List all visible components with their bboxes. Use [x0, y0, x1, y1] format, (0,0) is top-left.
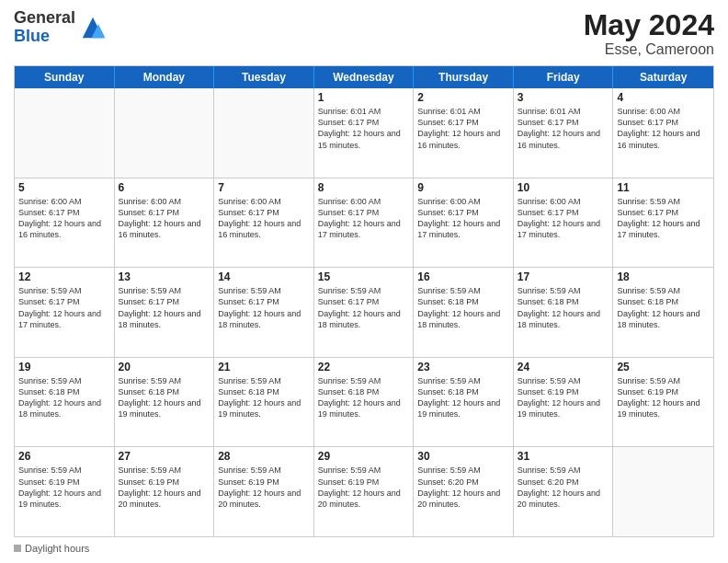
day-number: 12 — [18, 270, 110, 283]
calendar-cell-2-2: 14Sunrise: 5:59 AM Sunset: 6:17 PM Dayli… — [214, 268, 314, 357]
day-number: 18 — [617, 270, 710, 283]
cell-text: Sunrise: 5:59 AM Sunset: 6:18 PM Dayligh… — [218, 375, 310, 420]
logo-icon — [79, 14, 107, 41]
cell-text: Sunrise: 5:59 AM Sunset: 6:18 PM Dayligh… — [417, 375, 509, 420]
day-number: 23 — [417, 361, 509, 373]
cell-text: Sunrise: 6:00 AM Sunset: 6:17 PM Dayligh… — [417, 196, 509, 241]
weekday-header-saturday: Saturday — [613, 66, 713, 88]
calendar-cell-1-2: 7Sunrise: 6:00 AM Sunset: 6:17 PM Daylig… — [214, 178, 314, 268]
day-number: 27 — [119, 450, 210, 463]
cell-text: Sunrise: 5:59 AM Sunset: 6:19 PM Dayligh… — [119, 465, 210, 510]
day-number: 2 — [417, 91, 509, 104]
weekday-header-sunday: Sunday — [15, 66, 115, 88]
day-number: 24 — [518, 361, 609, 373]
calendar-cell-3-6: 25Sunrise: 5:59 AM Sunset: 6:19 PM Dayli… — [613, 358, 713, 447]
calendar-cell-0-3: 1Sunrise: 6:01 AM Sunset: 6:17 PM Daylig… — [314, 88, 415, 178]
page: General Blue May 2024 Esse, Cameroon Sun… — [0, 0, 728, 563]
weekday-header-friday: Friday — [514, 66, 614, 88]
cell-text: Sunrise: 5:59 AM Sunset: 6:19 PM Dayligh… — [318, 465, 410, 510]
footer: Daylight hours — [14, 543, 714, 554]
cell-text: Sunrise: 5:59 AM Sunset: 6:18 PM Dayligh… — [119, 375, 210, 420]
calendar-cell-4-5: 31Sunrise: 5:59 AM Sunset: 6:20 PM Dayli… — [514, 447, 614, 536]
footer-label: Daylight hours — [25, 543, 89, 554]
calendar-cell-0-6: 4Sunrise: 6:00 AM Sunset: 6:17 PM Daylig… — [613, 88, 713, 178]
calendar-cell-4-4: 30Sunrise: 5:59 AM Sunset: 6:20 PM Dayli… — [414, 447, 514, 536]
day-number: 7 — [218, 181, 310, 194]
day-number: 31 — [518, 450, 609, 463]
cell-text: Sunrise: 6:00 AM Sunset: 6:17 PM Dayligh… — [617, 106, 710, 151]
cell-text: Sunrise: 6:00 AM Sunset: 6:17 PM Dayligh… — [318, 196, 410, 241]
day-number: 5 — [18, 181, 110, 194]
calendar-cell-2-5: 17Sunrise: 5:59 AM Sunset: 6:18 PM Dayli… — [514, 268, 614, 357]
cell-text: Sunrise: 5:59 AM Sunset: 6:19 PM Dayligh… — [518, 375, 609, 420]
day-number: 28 — [218, 450, 310, 463]
day-number: 21 — [218, 361, 310, 373]
calendar-row-2: 12Sunrise: 5:59 AM Sunset: 6:17 PM Dayli… — [15, 267, 713, 357]
cell-text: Sunrise: 6:00 AM Sunset: 6:17 PM Dayligh… — [119, 196, 210, 241]
cell-text: Sunrise: 6:00 AM Sunset: 6:17 PM Dayligh… — [18, 196, 110, 241]
calendar-cell-2-4: 16Sunrise: 5:59 AM Sunset: 6:18 PM Dayli… — [414, 268, 514, 357]
header: General Blue May 2024 Esse, Cameroon — [14, 9, 714, 58]
calendar-cell-1-3: 8Sunrise: 6:00 AM Sunset: 6:17 PM Daylig… — [314, 178, 415, 268]
logo-general: General — [14, 9, 75, 28]
calendar-row-0: 1Sunrise: 6:01 AM Sunset: 6:17 PM Daylig… — [15, 88, 713, 178]
cell-text: Sunrise: 5:59 AM Sunset: 6:17 PM Dayligh… — [318, 285, 410, 330]
calendar-cell-0-4: 2Sunrise: 6:01 AM Sunset: 6:17 PM Daylig… — [414, 88, 514, 178]
cell-text: Sunrise: 6:01 AM Sunset: 6:17 PM Dayligh… — [417, 106, 509, 151]
day-number: 30 — [417, 450, 509, 463]
cell-text: Sunrise: 5:59 AM Sunset: 6:18 PM Dayligh… — [617, 285, 710, 330]
calendar-row-4: 26Sunrise: 5:59 AM Sunset: 6:19 PM Dayli… — [15, 446, 713, 536]
calendar-cell-1-1: 6Sunrise: 6:00 AM Sunset: 6:17 PM Daylig… — [115, 178, 215, 268]
day-number: 14 — [218, 270, 310, 283]
calendar-cell-4-6 — [613, 447, 713, 536]
calendar-cell-0-5: 3Sunrise: 6:01 AM Sunset: 6:17 PM Daylig… — [514, 88, 614, 178]
weekday-header-tuesday: Tuesday — [214, 66, 314, 88]
cell-text: Sunrise: 5:59 AM Sunset: 6:17 PM Dayligh… — [617, 196, 710, 241]
cell-text: Sunrise: 5:59 AM Sunset: 6:20 PM Dayligh… — [518, 465, 609, 510]
calendar-cell-0-0 — [15, 88, 115, 178]
calendar-cell-1-5: 10Sunrise: 6:00 AM Sunset: 6:17 PM Dayli… — [514, 178, 614, 268]
calendar-cell-3-0: 19Sunrise: 5:59 AM Sunset: 6:18 PM Dayli… — [15, 358, 115, 447]
calendar-cell-1-4: 9Sunrise: 6:00 AM Sunset: 6:17 PM Daylig… — [414, 178, 514, 268]
calendar-cell-4-3: 29Sunrise: 5:59 AM Sunset: 6:19 PM Dayli… — [314, 447, 415, 536]
calendar-cell-0-1 — [115, 88, 215, 178]
day-number: 17 — [518, 270, 609, 283]
calendar-cell-2-3: 15Sunrise: 5:59 AM Sunset: 6:17 PM Dayli… — [314, 268, 415, 357]
day-number: 29 — [318, 450, 410, 463]
calendar-row-1: 5Sunrise: 6:00 AM Sunset: 6:17 PM Daylig… — [15, 178, 713, 268]
cell-text: Sunrise: 5:59 AM Sunset: 6:17 PM Dayligh… — [18, 285, 110, 330]
cell-text: Sunrise: 5:59 AM Sunset: 6:18 PM Dayligh… — [518, 285, 609, 330]
cell-text: Sunrise: 5:59 AM Sunset: 6:17 PM Dayligh… — [119, 285, 210, 330]
day-number: 1 — [318, 91, 410, 104]
calendar-cell-1-0: 5Sunrise: 6:00 AM Sunset: 6:17 PM Daylig… — [15, 178, 115, 268]
day-number: 13 — [119, 270, 210, 283]
cell-text: Sunrise: 5:59 AM Sunset: 6:19 PM Dayligh… — [617, 375, 710, 420]
calendar-cell-4-0: 26Sunrise: 5:59 AM Sunset: 6:19 PM Dayli… — [15, 447, 115, 536]
cell-text: Sunrise: 5:59 AM Sunset: 6:19 PM Dayligh… — [18, 465, 110, 510]
calendar: SundayMondayTuesdayWednesdayThursdayFrid… — [14, 65, 714, 537]
calendar-row-3: 19Sunrise: 5:59 AM Sunset: 6:18 PM Dayli… — [15, 357, 713, 447]
day-number: 16 — [417, 270, 509, 283]
day-number: 8 — [318, 181, 410, 194]
calendar-cell-3-5: 24Sunrise: 5:59 AM Sunset: 6:19 PM Dayli… — [514, 358, 614, 447]
cell-text: Sunrise: 6:01 AM Sunset: 6:17 PM Dayligh… — [518, 106, 609, 151]
cell-text: Sunrise: 5:59 AM Sunset: 6:20 PM Dayligh… — [417, 465, 509, 510]
cell-text: Sunrise: 5:59 AM Sunset: 6:18 PM Dayligh… — [318, 375, 410, 420]
day-number: 3 — [518, 91, 609, 104]
footer-dot — [14, 545, 21, 552]
day-number: 25 — [617, 361, 710, 373]
calendar-cell-2-1: 13Sunrise: 5:59 AM Sunset: 6:17 PM Dayli… — [115, 268, 215, 357]
logo-text: General Blue — [14, 9, 75, 46]
day-number: 11 — [617, 181, 710, 194]
calendar-cell-2-0: 12Sunrise: 5:59 AM Sunset: 6:17 PM Dayli… — [15, 268, 115, 357]
calendar-cell-4-1: 27Sunrise: 5:59 AM Sunset: 6:19 PM Dayli… — [115, 447, 215, 536]
cell-text: Sunrise: 5:59 AM Sunset: 6:18 PM Dayligh… — [18, 375, 110, 420]
calendar-cell-3-3: 22Sunrise: 5:59 AM Sunset: 6:18 PM Dayli… — [314, 358, 415, 447]
calendar-cell-3-2: 21Sunrise: 5:59 AM Sunset: 6:18 PM Dayli… — [214, 358, 314, 447]
day-number: 9 — [417, 181, 509, 194]
day-number: 10 — [518, 181, 609, 194]
calendar-header: SundayMondayTuesdayWednesdayThursdayFrid… — [15, 66, 713, 88]
day-number: 20 — [119, 361, 210, 373]
calendar-cell-3-4: 23Sunrise: 5:59 AM Sunset: 6:18 PM Dayli… — [414, 358, 514, 447]
day-number: 26 — [18, 450, 110, 463]
